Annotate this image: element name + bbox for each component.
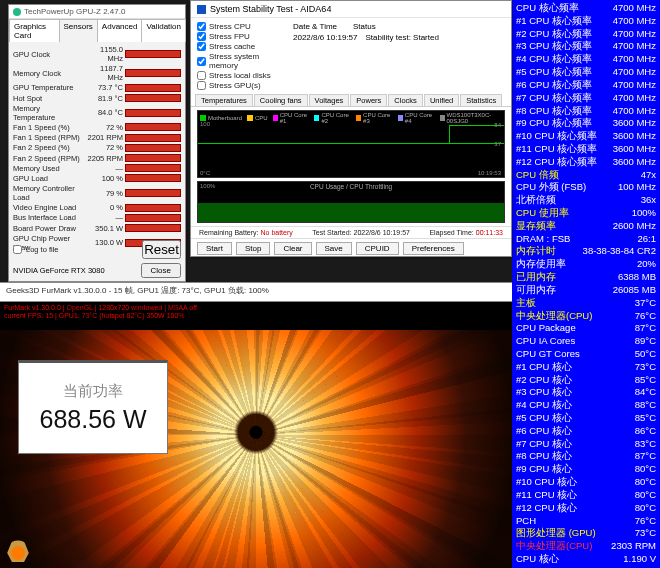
legend-item[interactable]: CPU Core #1 [273,112,310,124]
gpuz-tabs: Graphics CardSensorsAdvancedValidation [9,19,185,42]
log-to-file-label: Log to file [26,245,59,254]
gpuz-tab-sensors[interactable]: Sensors [59,19,98,42]
furmark-title-text: Geeks3D FurMark v1.30.0.0 - 15 帧, GPU1 温… [6,286,269,295]
info-row: #1 CPU 核心73°C [516,361,656,374]
legend-swatch [314,115,319,121]
sensor-row: Bus Interface Load— [13,213,181,222]
start-button[interactable]: Start [197,242,232,255]
sensor-bar [125,154,181,162]
stress-option[interactable]: Stress GPU(s) [197,81,287,90]
reset-button[interactable]: Reset [142,240,181,259]
stress-checkbox[interactable] [197,57,206,66]
chart-step-value: 84 [494,122,501,128]
info-row: 已用内存6388 MB [516,271,656,284]
info-row: #3 CPU 核心频率4700 MHz [516,40,656,53]
legend-swatch [273,115,278,121]
gpuz-tab-advanced[interactable]: Advanced [97,19,143,42]
info-row: #4 CPU 核心频率4700 MHz [516,53,656,66]
info-row: #2 CPU 核心85°C [516,374,656,387]
info-row: #12 CPU 核心频率3600 MHz [516,156,656,169]
sensor-bar [125,94,181,102]
info-row: 内存使用率20% [516,258,656,271]
status-label: Status [353,22,376,31]
aida-tab-voltages[interactable]: Voltages [309,94,350,106]
sensor-bar [125,109,181,117]
legend-swatch [247,115,253,121]
gpuz-titlebar[interactable]: TechPowerUp GPU-Z 2.47.0 [9,5,185,19]
stress-option[interactable]: Stress CPU [197,22,287,31]
info-row: #11 CPU 核心80°C [516,489,656,502]
system-info-panel: CPU 核心频率4700 MHz#1 CPU 核心频率4700 MHz#2 CP… [512,0,660,568]
stress-option[interactable]: Stress local disks [197,71,287,80]
info-row: CPU GT Cores50°C [516,348,656,361]
log-to-file-checkbox[interactable] [13,245,22,254]
date-value: 2022/8/6 10:19:57 [293,33,358,42]
info-row: #7 CPU 核心频率4700 MHz [516,92,656,105]
sensor-bar [125,224,181,232]
stop-button[interactable]: Stop [236,242,270,255]
aida-tab-powers[interactable]: Powers [350,94,387,106]
aida-tab-clocks[interactable]: Clocks [388,94,423,106]
info-row: CPU 使用率100% [516,207,656,220]
chart-ymax: 100 [200,121,210,127]
stress-checkbox[interactable] [197,81,206,90]
gpuz-tab-validation[interactable]: Validation [141,19,186,42]
stress-checkbox[interactable] [197,42,206,51]
stress-option[interactable]: Stress FPU [197,32,287,41]
sensor-bar [125,123,181,131]
info-row: #7 CPU 核心83°C [516,438,656,451]
info-row: #6 CPU 核心86°C [516,425,656,438]
legend-item[interactable]: WDS100T3X0C-00SJG0 [440,112,502,124]
sensor-bar [125,69,181,77]
gpuz-sensor-list: GPU Clock1155.0 MHzMemory Clock1187.7 MH… [9,42,185,256]
info-row: #9 CPU 核心80°C [516,463,656,476]
sensor-row: Fan 1 Speed (%)72 % [13,123,181,132]
clear-button[interactable]: Clear [274,242,311,255]
aida-tab-temperatures[interactable]: Temperatures [195,94,253,106]
temperature-chart: MotherboardCPUCPU Core #1CPU Core #2CPU … [197,110,505,178]
close-button[interactable]: Close [141,263,181,278]
info-row: #11 CPU 核心频率3600 MHz [516,143,656,156]
info-row: 北桥倍频36x [516,194,656,207]
power-value: 688.56 W [39,405,146,434]
stress-checkbox[interactable] [197,22,206,31]
aida-window: System Stability Test - AIDA64 Stress CP… [190,0,512,257]
power-label: 当前功率 [63,382,123,401]
info-row: CPU 外频 (FSB)100 MHz [516,181,656,194]
legend-item[interactable]: CPU Core #4 [398,112,435,124]
sensor-row: Memory Controller Load79 % [13,184,181,202]
sensor-bar [125,144,181,152]
stress-option[interactable]: Stress system memory [197,52,287,70]
sensor-bar [125,84,181,92]
info-row: #2 CPU 核心频率4700 MHz [516,28,656,41]
info-row: #1 CPU 核心频率4700 MHz [516,15,656,28]
preferences-button[interactable]: Preferences [403,242,464,255]
stress-checkbox[interactable] [197,32,206,41]
legend-item[interactable]: CPU Core #3 [356,112,393,124]
aida-tab-unified[interactable]: Unified [424,94,459,106]
gpu-name: NVIDIA GeForce RTX 3080 [13,266,105,275]
aida-button-row: StartStopClearSaveCPUIDPreferences [191,238,511,258]
stress-option[interactable]: Stress cache [197,42,287,51]
cpu-usage-label: CPU Usage / CPU Throttling [310,183,392,190]
aida-titlebar[interactable]: System Stability Test - AIDA64 [191,1,511,18]
sensor-bar [125,189,181,197]
legend-item[interactable]: CPU [247,112,268,124]
info-row: CPU 倍频47x [516,169,656,182]
sensor-bar [125,164,181,172]
gpuz-window: TechPowerUp GPU-Z 2.47.0 Graphics CardSe… [8,4,186,282]
aida-tab-statistics[interactable]: Statistics [460,94,502,106]
aida-tab-cooling-fans[interactable]: Cooling fans [254,94,308,106]
sensor-bar [125,204,181,212]
info-row: #10 CPU 核心80°C [516,476,656,489]
stress-checkbox[interactable] [197,71,206,80]
gpuz-tab-graphics-card[interactable]: Graphics Card [9,19,60,42]
legend-item[interactable]: CPU Core #2 [314,112,351,124]
furmark-titlebar[interactable]: Geeks3D FurMark v1.30.0.0 - 15 帧, GPU1 温… [0,282,512,302]
save-button[interactable]: Save [316,242,352,255]
cpuid-button[interactable]: CPUID [356,242,399,255]
info-row: CPU 核心频率4700 MHz [516,2,656,15]
info-row: CPU IA Cores89°C [516,335,656,348]
info-row: 图形处理器 (GPU)73°C [516,527,656,540]
info-row: 显存频率2600 MHz [516,220,656,233]
